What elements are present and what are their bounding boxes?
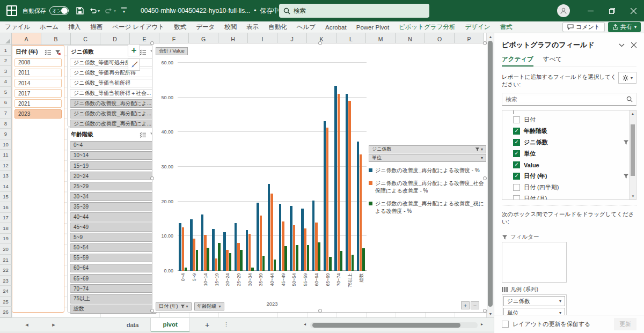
bar[interactable]	[268, 184, 270, 271]
slicer-item[interactable]: 75以上	[70, 294, 157, 304]
bar[interactable]	[218, 243, 221, 271]
slicer-item[interactable]: 総数	[70, 305, 157, 314]
bar[interactable]	[290, 206, 292, 271]
bar[interactable]	[282, 221, 284, 271]
bar[interactable]	[360, 154, 362, 271]
sheet-tab-data[interactable]: data	[115, 318, 151, 332]
ribbon-tab-11[interactable]: Acrobat	[320, 21, 352, 33]
slicer-item[interactable]: 2023	[14, 109, 62, 119]
row-header-15[interactable]: 15	[0, 192, 12, 203]
bar[interactable]	[204, 235, 207, 271]
search-bar[interactable]	[279, 4, 429, 18]
bar[interactable]	[301, 209, 304, 271]
restore-button[interactable]	[601, 0, 623, 21]
column-header-B[interactable]: B	[41, 33, 71, 45]
bar[interactable]	[257, 203, 259, 271]
save-icon[interactable]	[76, 7, 84, 14]
slicer-item[interactable]: 2014	[14, 79, 62, 88]
add-sheet-button[interactable]: +	[205, 321, 209, 329]
row-header-18[interactable]: 18	[0, 223, 12, 234]
row-header-3[interactable]: 3	[0, 66, 12, 77]
legend-field-button-1[interactable]: 単位▾	[369, 154, 486, 162]
bar[interactable]	[326, 128, 329, 271]
row-header-17[interactable]: 17	[0, 213, 12, 224]
vertical-scrollbar[interactable]: ▲ ▼	[486, 33, 494, 317]
excel-app-icon[interactable]	[6, 5, 17, 16]
horizontal-scrollbar[interactable]	[310, 322, 478, 328]
close-button[interactable]	[623, 0, 644, 21]
bar[interactable]	[226, 250, 229, 271]
legend-field-button-0[interactable]: ジニ係数▾	[369, 145, 486, 153]
slicer-item[interactable]: 0~4	[70, 141, 157, 150]
bar[interactable]	[296, 245, 298, 271]
bar[interactable]	[223, 232, 226, 271]
row-header-5[interactable]: 5	[0, 87, 12, 98]
slicer-item[interactable]: ジニ係数_等価当初所得	[70, 79, 157, 88]
field-item[interactable]: 年齢階級	[506, 125, 629, 137]
search-input[interactable]	[294, 8, 412, 14]
panel-close-icon[interactable]	[631, 42, 636, 48]
slicer-item[interactable]: 10~14	[70, 151, 157, 160]
document-title[interactable]: 00450-mhlw-00450422-hyo10-full-lis... • …	[141, 6, 292, 16]
field-list-scrollbar[interactable]: ▲ ▼	[629, 110, 636, 199]
list-scroll-up-icon[interactable]: ▲	[630, 110, 636, 117]
bar[interactable]	[182, 227, 185, 271]
scroll-up-icon[interactable]: ▲	[487, 33, 494, 40]
tabbar-resize-handle[interactable]: ⋮	[223, 321, 230, 328]
ribbon-tab-3[interactable]: 描画	[85, 21, 107, 33]
chart-selection-handle[interactable]	[150, 176, 154, 180]
ribbon-contextual-tab-1[interactable]: デザイン	[460, 21, 495, 33]
chart-selection-handle[interactable]	[483, 176, 487, 180]
field-search-input[interactable]	[506, 96, 626, 102]
slicer-item[interactable]: 30~34	[70, 192, 157, 201]
chart-selection-handle[interactable]	[483, 309, 487, 313]
row-header-20[interactable]: 20	[0, 244, 12, 255]
field-item[interactable]: ジニ係数	[506, 137, 629, 148]
bar[interactable]	[251, 268, 254, 271]
bar[interactable]	[334, 86, 337, 271]
bar[interactable]	[274, 260, 276, 271]
column-header-C[interactable]: C	[71, 33, 100, 45]
plot-area[interactable]	[178, 63, 367, 271]
bar[interactable]	[352, 255, 354, 271]
panel-chevron-icon[interactable]	[619, 43, 625, 47]
row-header-14[interactable]: 14	[0, 181, 12, 192]
row-header-24[interactable]: 24	[0, 286, 12, 297]
bar[interactable]	[293, 225, 296, 271]
bar[interactable]	[315, 223, 318, 271]
slicer-item[interactable]: 20~24	[70, 172, 157, 181]
ribbon-tab-1[interactable]: ホーム	[35, 21, 63, 33]
bar[interactable]	[212, 229, 215, 271]
ribbon-tab-8[interactable]: 表示	[241, 21, 264, 33]
area-field-item[interactable]: ジニ係数▾	[503, 296, 565, 306]
field-checkbox[interactable]	[513, 173, 520, 180]
zoom-out-button[interactable]: −	[471, 301, 479, 309]
row-header-23[interactable]: 23	[0, 276, 12, 286]
slicer-item[interactable]: 60~64	[70, 264, 157, 273]
clear-filter-icon[interactable]	[55, 49, 61, 55]
vertical-scroll-thumb[interactable]	[488, 41, 493, 307]
horizontal-scroll-thumb[interactable]	[312, 323, 460, 328]
ribbon-tab-file[interactable]: ファイル	[0, 21, 35, 33]
bar[interactable]	[240, 250, 243, 271]
bar[interactable]	[248, 234, 251, 271]
slicer-item[interactable]: 2017	[14, 89, 62, 98]
pivot-chart[interactable]: 合計 / Value 0.0010.0020.0030.0040.0050.00…	[152, 43, 487, 313]
bar[interactable]	[312, 201, 315, 271]
panel-tab-1[interactable]: すべて	[543, 55, 562, 66]
bar[interactable]	[329, 257, 332, 271]
row-header-10[interactable]: 10	[0, 139, 12, 150]
bar[interactable]	[179, 223, 181, 271]
bar[interactable]	[318, 242, 320, 271]
slicer-item[interactable]: ジニ係数の改善度_再分配によ...	[70, 99, 157, 108]
slicer-item[interactable]: 40~44	[70, 212, 157, 221]
defer-layout-checkbox[interactable]	[502, 321, 509, 328]
bar[interactable]	[270, 194, 273, 271]
zoom-in-button[interactable]: +	[461, 301, 470, 309]
share-button[interactable]: 共有 ▾	[608, 22, 641, 32]
ribbon-tab-4[interactable]: ページ レイアウト	[107, 21, 169, 33]
field-item[interactable]: 日付 (四半期)	[506, 182, 629, 193]
slicer-gini[interactable]: ジニ係数ジニ係数_等価可処分所得ジニ係数_等価再分配所得ジニ係数_等価当初所得ジ…	[67, 45, 159, 127]
row-header-22[interactable]: 22	[0, 265, 12, 276]
bar[interactable]	[201, 214, 204, 271]
